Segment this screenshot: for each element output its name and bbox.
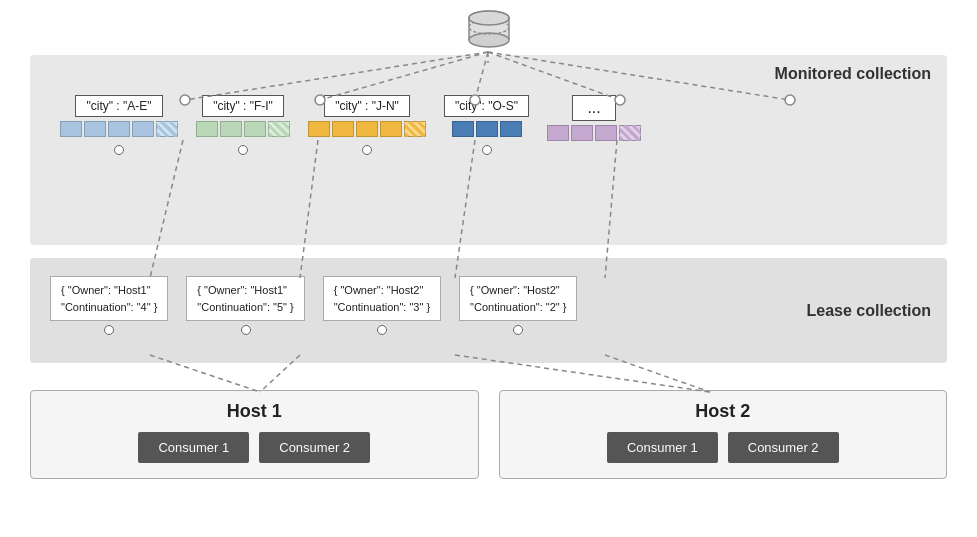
block: [132, 121, 154, 137]
database-icon: [463, 8, 515, 55]
partition-ellipsis-label: ...: [572, 95, 615, 121]
block: [619, 125, 641, 141]
partition-fi: "city" : "F-I": [196, 95, 290, 155]
host-1-consumer-2: Consumer 2: [259, 432, 370, 463]
host-1-box: Host 1 Consumer 1 Consumer 2: [30, 390, 479, 479]
partition-fi-blocks: [196, 121, 290, 137]
partition-ae: "city" : "A-E": [60, 95, 178, 155]
block: [452, 121, 474, 137]
partition-jn-label: "city" : "J-N": [324, 95, 410, 117]
block: [244, 121, 266, 137]
partition-fi-label: "city" : "F-I": [202, 95, 284, 117]
partition-ae-label: "city" : "A-E": [75, 95, 162, 117]
host-1-consumer-1: Consumer 1: [138, 432, 249, 463]
host-1-title: Host 1: [46, 401, 463, 422]
lease-box-3: { "Owner": "Host2""Continuation": "3" }: [323, 276, 441, 321]
lease-dot-4: [513, 325, 523, 335]
host-2-consumer-1: Consumer 1: [607, 432, 718, 463]
lease-item-2: { "Owner": "Host1""Continuation": "5" }: [186, 276, 304, 335]
block: [476, 121, 498, 137]
block: [196, 121, 218, 137]
partition-ae-dot: [114, 145, 124, 155]
host-2-title: Host 2: [515, 401, 932, 422]
lease-boxes-row: { "Owner": "Host1""Continuation": "4" } …: [50, 276, 577, 335]
block: [356, 121, 378, 137]
lease-box-1: { "Owner": "Host1""Continuation": "4" }: [50, 276, 168, 321]
lease-item-3: { "Owner": "Host2""Continuation": "3" }: [323, 276, 441, 335]
block: [220, 121, 242, 137]
svg-point-6: [469, 11, 509, 25]
block: [547, 125, 569, 141]
block: [380, 121, 402, 137]
svg-point-4: [469, 33, 509, 47]
block: [404, 121, 426, 137]
partition-jn-blocks: [308, 121, 426, 137]
block: [108, 121, 130, 137]
block: [156, 121, 178, 137]
hosts-row: Host 1 Consumer 1 Consumer 2 Host 2 Cons…: [30, 390, 947, 479]
host-2-consumer-2: Consumer 2: [728, 432, 839, 463]
lease-item-4: { "Owner": "Host2""Continuation": "2" }: [459, 276, 577, 335]
block: [60, 121, 82, 137]
lease-dot-1: [104, 325, 114, 335]
partition-fi-dot: [238, 145, 248, 155]
host-2-consumers: Consumer 1 Consumer 2: [515, 432, 932, 463]
partition-jn: "city" : "J-N": [308, 95, 426, 155]
block: [595, 125, 617, 141]
partition-ae-blocks: [60, 121, 178, 137]
host-1-consumers: Consumer 1 Consumer 2: [46, 432, 463, 463]
block: [571, 125, 593, 141]
block: [500, 121, 522, 137]
partition-os-blocks: [452, 121, 522, 137]
block: [332, 121, 354, 137]
monitored-section: Monitored collection "city" : "A-E" "cit…: [30, 55, 947, 245]
lease-dot-2: [241, 325, 251, 335]
partition-ellipsis-blocks: [547, 125, 641, 141]
block: [84, 121, 106, 137]
partition-jn-dot: [362, 145, 372, 155]
lease-label: Lease collection: [807, 302, 932, 320]
block: [308, 121, 330, 137]
partition-ellipsis: ...: [547, 95, 641, 141]
main-container: Monitored collection "city" : "A-E" "cit…: [0, 0, 977, 537]
partitions-row: "city" : "A-E" "city" : "F-I": [60, 95, 937, 155]
lease-dot-3: [377, 325, 387, 335]
lease-section: Lease collection { "Owner": "Host1""Cont…: [30, 258, 947, 363]
block: [268, 121, 290, 137]
partition-os-dot: [482, 145, 492, 155]
lease-box-4: { "Owner": "Host2""Continuation": "2" }: [459, 276, 577, 321]
partition-os-label: "city": "O-S": [444, 95, 529, 117]
partition-os: "city": "O-S": [444, 95, 529, 155]
monitored-label: Monitored collection: [775, 65, 931, 83]
lease-box-2: { "Owner": "Host1""Continuation": "5" }: [186, 276, 304, 321]
lease-item-1: { "Owner": "Host1""Continuation": "4" }: [50, 276, 168, 335]
host-2-box: Host 2 Consumer 1 Consumer 2: [499, 390, 948, 479]
